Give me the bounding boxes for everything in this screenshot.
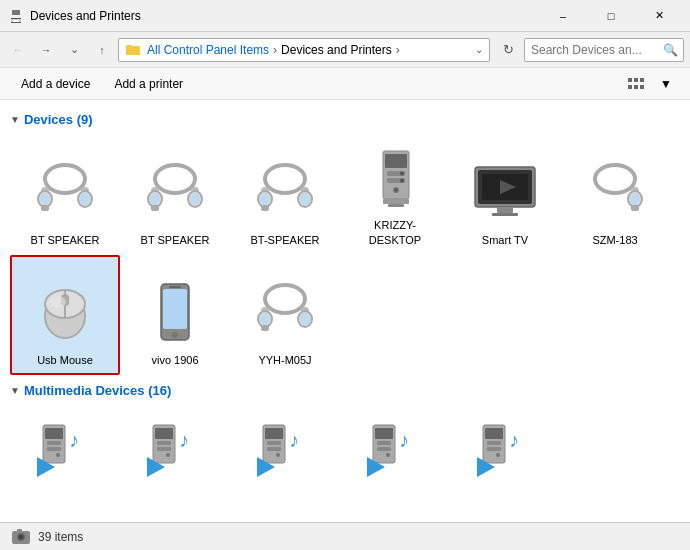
dropdown-button[interactable]: ⌄ (62, 38, 86, 62)
toolbar: Add a device Add a printer ▼ (0, 68, 690, 100)
search-input[interactable] (524, 38, 684, 62)
svg-rect-46 (388, 204, 404, 207)
device-item-yyh[interactable]: YYH-M05J (230, 255, 340, 375)
bt-speaker-2-icon (140, 157, 210, 227)
breadcrumb-sep-1: › (273, 43, 277, 57)
svg-point-44 (394, 189, 397, 192)
svg-rect-6 (126, 45, 132, 48)
mouse-icon (30, 277, 100, 347)
back-button[interactable]: ← (6, 38, 30, 62)
svg-rect-38 (385, 154, 407, 168)
camera-icon (10, 526, 32, 548)
svg-point-42 (400, 179, 404, 183)
maximize-button[interactable]: □ (588, 0, 634, 32)
device-item-bt-speaker-2[interactable]: BT SPEAKER (120, 135, 230, 255)
device-item-usb-mouse[interactable]: Usb Mouse (10, 255, 120, 375)
svg-rect-85 (157, 447, 171, 451)
svg-point-36 (300, 193, 310, 205)
multimedia-item-2[interactable]: ♪ (120, 406, 230, 496)
svg-rect-50 (492, 213, 518, 216)
svg-text:♪: ♪ (399, 429, 409, 451)
svg-rect-91 (267, 441, 281, 445)
svg-point-20 (80, 193, 90, 205)
svg-rect-8 (634, 78, 638, 82)
device-label-desktop: KRIZZY-DESKTOP (348, 218, 442, 247)
multimedia-item-3[interactable]: ♪ (230, 406, 340, 496)
nav-bar: ← → ⌄ ↑ All Control Panel Items › Device… (0, 32, 690, 68)
content-area: ▼ Devices (9) BT SPEAKER (0, 100, 690, 522)
svg-point-4 (18, 17, 20, 19)
desktop-icon (360, 145, 430, 212)
device-item-bt-speaker-1[interactable]: BT SPEAKER (10, 135, 120, 255)
up-button[interactable]: ↑ (90, 38, 114, 62)
svg-rect-97 (375, 428, 393, 439)
svg-rect-78 (47, 447, 61, 451)
add-printer-button[interactable]: Add a printer (103, 72, 194, 96)
refresh-button[interactable]: ↻ (496, 38, 520, 62)
svg-point-62 (50, 296, 66, 308)
svg-text:♪: ♪ (509, 429, 519, 451)
svg-rect-9 (640, 78, 644, 82)
svg-point-41 (400, 172, 404, 176)
yyh-icon (250, 277, 320, 347)
svg-rect-105 (487, 441, 501, 445)
svg-rect-98 (377, 441, 391, 445)
szm-icon (580, 157, 650, 227)
breadcrumb: All Control Panel Items › Devices and Pr… (118, 38, 490, 62)
device-label-bt-speaker-1: BT SPEAKER (31, 233, 100, 247)
svg-point-86 (166, 453, 170, 457)
multimedia-item-5[interactable]: ♪ (450, 406, 560, 496)
device-label-bt-speaker-3: BT-SPEAKER (250, 233, 319, 247)
title-bar: Devices and Printers – □ ✕ (0, 0, 690, 32)
svg-rect-34 (261, 205, 269, 211)
svg-rect-26 (151, 205, 159, 211)
multimedia-section-header[interactable]: ▼ Multimedia Devices (16) (10, 383, 680, 398)
multimedia-section-label: Multimedia Devices (16) (24, 383, 171, 398)
close-button[interactable]: ✕ (636, 0, 682, 32)
multimedia-item-4[interactable]: ♪ (340, 406, 450, 496)
breadcrumb-control-panel[interactable]: All Control Panel Items (147, 43, 269, 57)
view-chevron-button[interactable]: ▼ (652, 72, 680, 96)
svg-rect-49 (497, 207, 513, 213)
device-label-smart-tv: Smart TV (482, 233, 528, 247)
svg-point-73 (260, 313, 270, 325)
svg-point-21 (155, 165, 195, 193)
toolbar-right: ▼ (622, 72, 680, 96)
devices-section-header[interactable]: ▼ Devices (9) (10, 112, 680, 127)
svg-rect-76 (45, 428, 63, 439)
phone-icon (140, 277, 210, 347)
status-bar: 39 items (0, 522, 690, 550)
device-item-bt-speaker-3[interactable]: BT-SPEAKER (230, 135, 340, 255)
svg-point-65 (172, 332, 178, 338)
svg-rect-1 (12, 10, 20, 15)
svg-point-29 (265, 165, 305, 193)
svg-rect-113 (17, 529, 22, 532)
svg-point-57 (630, 193, 640, 205)
svg-rect-99 (377, 447, 391, 451)
device-item-desktop[interactable]: KRIZZY-DESKTOP (340, 135, 450, 255)
breadcrumb-current: Devices and Printers (281, 43, 392, 57)
multimedia-item-1[interactable]: ♪ (10, 406, 120, 496)
svg-rect-72 (261, 325, 269, 331)
breadcrumb-dropdown-icon[interactable]: ⌄ (475, 44, 483, 55)
device-item-vivo[interactable]: vivo 1906 (120, 255, 230, 375)
minimize-button[interactable]: – (540, 0, 586, 32)
view-options-button[interactable] (622, 72, 650, 96)
device-item-szm[interactable]: SZM-183 (560, 135, 670, 255)
multimedia-grid: ♪ ♪ ♪ (10, 406, 680, 496)
device-item-smart-tv[interactable]: Smart TV (450, 135, 560, 255)
svg-rect-92 (267, 447, 281, 451)
forward-button[interactable]: → (34, 38, 58, 62)
window-icon (8, 8, 24, 24)
breadcrumb-sep-2: › (396, 43, 400, 57)
svg-point-93 (276, 453, 280, 457)
svg-rect-18 (41, 205, 49, 211)
add-device-button[interactable]: Add a device (10, 72, 101, 96)
svg-rect-83 (155, 428, 173, 439)
svg-rect-90 (265, 428, 283, 439)
multimedia-chevron-icon: ▼ (10, 385, 20, 396)
svg-point-112 (19, 534, 24, 539)
svg-point-28 (190, 193, 200, 205)
bt-speaker-3-icon (250, 157, 320, 227)
svg-point-67 (265, 285, 305, 313)
